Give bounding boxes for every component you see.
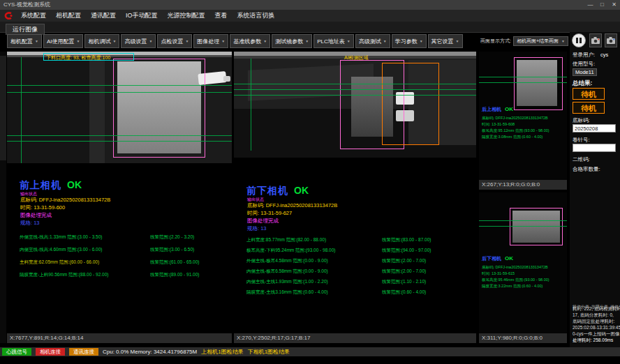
measurement-row: 线警范围:(2.00 - 7.00): [382, 258, 426, 264]
pause-icon: [580, 38, 582, 43]
toolbar-test-mirror-params[interactable]: 测试镜参数▼: [272, 34, 312, 48]
menu-camera-config[interactable]: 相机配置: [51, 10, 86, 22]
tab-run-image[interactable]: 运行图像: [6, 24, 45, 35]
menu-io-manual-config[interactable]: IO手动配置: [121, 10, 163, 22]
measurement-right: 线警范围:(0.60 - 4.00): [382, 289, 426, 294]
measurement-right: 线警范围:(89.00 - 91.00): [150, 272, 199, 277]
toolbar-learning-params[interactable]: 学习参数▼: [392, 34, 427, 48]
roi-rect-pink: [514, 57, 563, 110]
toolbar-baseline-params[interactable]: 基准线参数▼: [230, 34, 270, 48]
menu-language-switch[interactable]: 系统语言切换: [232, 10, 280, 22]
reel-number-input[interactable]: [573, 144, 616, 152]
toolbar-label: 点检设置: [161, 38, 183, 45]
measurement-left: 上料宽度:85.77mm 范围:(82.00 - 88.00): [246, 237, 326, 242]
close-button[interactable]: ✕: [608, 0, 620, 10]
login-user-label: 登录用户:: [573, 52, 595, 59]
roi-rect-pink: [113, 59, 205, 158]
chevron-down-icon: ▼: [420, 39, 423, 43]
measure-line-green: [234, 95, 476, 96]
toolbar-advanced-settings[interactable]: 高级设置▼: [121, 34, 156, 48]
camera4-image[interactable]: 后下相机OK 底标码: DFFJ-ina2025020813313472B 时间…: [479, 192, 567, 333]
measurement-left: 隔膜宽度-上料90.56mm 范围:(88.00 - 92.00): [20, 272, 109, 277]
menu-light-control-config[interactable]: 光源控制配置: [163, 10, 210, 22]
chevron-down-icon: ▼: [112, 39, 116, 43]
measure-line-green: [479, 77, 567, 77]
measurement-left: 隔膜宽度-主线3.16mm 范围:(0.60 - 4.00): [246, 289, 328, 294]
camera1-image[interactable]: 下料口高度: 93, 检查高度:100: [7, 52, 232, 163]
camera-view-rear-bottom: 后下相机OK 底标码: DFFJ-ina2025020813313472B 时间…: [479, 192, 567, 343]
measurement-row: 线警范围:(94.00 - 97.00): [382, 248, 431, 254]
camera-view-front-top: 下料口高度: 93, 检查高度:100 前上相机OK 输出状态 底标码: DFF…: [7, 52, 232, 343]
camera3-line: 极耳高度:95.12mm 范围:(93.00 - 98.00): [482, 128, 549, 133]
camera3-image[interactable]: 后上相机OK 底标码: DFFJ-ina2025020813313472B 时间…: [479, 52, 567, 180]
measure-line-green: [7, 85, 232, 86]
measurement-row: 线警范围:(61.00 - 65.00): [150, 259, 199, 266]
toolbar-plc-address-table[interactable]: PLC地址表▼: [313, 34, 354, 48]
chevron-down-icon: ▼: [305, 39, 309, 43]
camera-capture-button-1[interactable]: [589, 33, 602, 47]
toolbar-advanced-test[interactable]: 高级测试▼: [355, 34, 390, 48]
toolbar-label: 其它设置: [431, 38, 454, 45]
stats-line: 耗时: 222, 底码检测耗时:: [573, 306, 620, 312]
camera1-process-status: 图像处理完成: [20, 212, 52, 219]
toolbar-other-settings[interactable]: 其它设置▼: [428, 34, 463, 48]
measurement-row: 外侧至线-线高:1.33mm 范围:(3.00 - 3.50): [20, 234, 102, 241]
chevron-down-icon: ▼: [561, 39, 565, 43]
model-value-select[interactable]: Mode11: [573, 68, 597, 76]
heartbeat-status-badge: 心跳信号: [2, 348, 31, 356]
display-mode-select[interactable]: 相机画面+结果画面 ▼: [513, 36, 568, 46]
measurement-right: 线警范围:(2.00 - 7.00): [382, 268, 426, 273]
result-status-box-1: 待机: [573, 88, 605, 100]
window-title: CYS-视觉检测系统: [3, 1, 50, 8]
model-label: 使用型号:: [573, 61, 595, 68]
menu-system-config[interactable]: 系统配置: [16, 10, 51, 22]
camera2-title: 前下相机: [246, 185, 288, 196]
toolbar-camera-config[interactable]: 相机配置▼: [7, 34, 42, 48]
pause-button[interactable]: [572, 33, 586, 47]
measurement-right: 线警范围:(1.10 - 2.10): [382, 279, 426, 284]
camera4-status: OK: [505, 255, 513, 261]
chevron-down-icon: ▼: [77, 39, 80, 43]
camera4-line: 时间: 13-31-59-615: [482, 271, 515, 276]
barcode-input[interactable]: [573, 124, 616, 132]
chevron-down-icon: ▼: [185, 39, 189, 43]
menu-view[interactable]: 查看: [210, 10, 232, 22]
machine-column: [89, 57, 105, 163]
chevron-down-icon: ▼: [149, 39, 152, 43]
total-result-label: 总结果:: [573, 79, 592, 88]
measurement-row: 内侧主线-主线1.93mm 范围:(1.00 - 2.20): [246, 279, 328, 285]
maximize-button[interactable]: □: [596, 0, 608, 10]
menu-comm-config[interactable]: 通讯配置: [86, 10, 121, 22]
toolbar-spot-check[interactable]: 点检设置▼: [157, 34, 192, 48]
camera-capture-button-2[interactable]: [605, 33, 617, 47]
chevron-down-icon: ▼: [383, 39, 387, 43]
toolbar-image-processing[interactable]: 图像处理▼: [193, 34, 228, 48]
camera1-coords: X:7677,Y:891;R:14;G:14;B:14: [7, 333, 232, 343]
camera-view-front-bottom: AI检测区域 前下相机OK 输出状态 底标码: DFFJ-ina20250208…: [234, 52, 476, 343]
measurement-right: 线警范围:(83.00 - 87.00): [382, 237, 431, 242]
toolbar: 相机配置▼ AI使用配置▼ 相机调试▼ 高级设置▼ 点检设置▼ 图像处理▼ 基准…: [7, 34, 463, 48]
tab-strip: 运行图像: [0, 22, 620, 33]
toolbar-label: 基准线参数: [233, 38, 261, 45]
left-edge-image-sliver: [0, 56, 6, 160]
display-mode-value: 相机画面+结果画面: [517, 38, 559, 45]
camera1-title-row: 前上相机OK: [20, 179, 82, 192]
toolbar-ai-use-config[interactable]: AI使用配置▼: [43, 34, 84, 48]
camera1-spec: 规格: 13: [20, 220, 40, 227]
camera3-title-row: 后上相机OK: [482, 106, 513, 113]
camera-icon: [591, 37, 600, 44]
chevron-down-icon: ▼: [35, 39, 38, 43]
measurement-left: 内侧主线-极耳6.58mm 范围:(0.00 - 9.00): [246, 268, 328, 273]
toolbar-camera-debug[interactable]: 相机调试▼: [84, 34, 119, 48]
camera4-title: 后下相机: [482, 256, 501, 261]
camera3-status: OK: [505, 106, 513, 112]
measurement-row: 线警范围:(2.20 - 3.20): [150, 234, 194, 241]
display-mode-row: 画面显示方式: 相机画面+结果画面 ▼: [480, 36, 568, 46]
camera2-image[interactable]: AI检测区域: [234, 52, 476, 158]
window-controls: — □ ✕: [584, 0, 620, 10]
chevron-down-icon: ▼: [347, 39, 350, 43]
measurement-row: 隔膜宽度-上料90.56mm 范围:(88.00 - 92.00): [20, 272, 109, 278]
ai-roi-rect-orange: [382, 63, 439, 145]
minimize-button[interactable]: —: [584, 0, 596, 10]
camera1-status: OK: [67, 179, 82, 190]
